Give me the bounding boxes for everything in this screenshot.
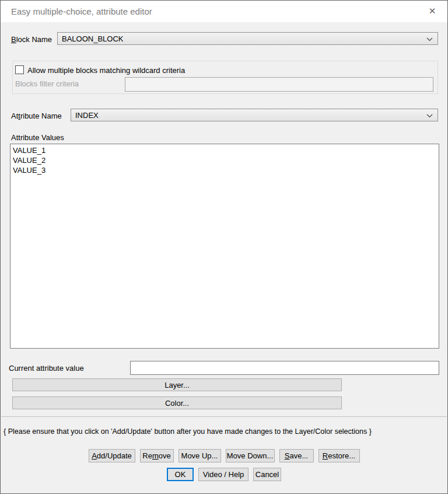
list-item[interactable]: VALUE_2 [10, 155, 439, 165]
window-title: Easy multiple-choice, attribute editor [11, 6, 152, 16]
block-name-dropdown[interactable]: BALOON_BLOCK [57, 32, 438, 45]
list-item[interactable]: VALUE_3 [10, 165, 439, 175]
blocks-filter-input[interactable] [125, 77, 433, 92]
dialog-button-row: OK Video / Help Cancel [1, 468, 447, 481]
attribute-name-value: INDEX [75, 111, 99, 120]
close-button[interactable]: ✕ [418, 1, 446, 22]
note-text: { Please ensure that you click on 'Add/U… [4, 427, 372, 436]
attribute-editor-dialog: Easy multiple-choice, attribute editor ✕… [0, 0, 448, 494]
attribute-values-listbox[interactable]: VALUE_1 VALUE_2 VALUE_3 [10, 144, 439, 349]
blocks-filter-label: Blocks filter criteria [15, 79, 79, 88]
attribute-name-dropdown[interactable]: INDEX [71, 109, 438, 121]
ok-button[interactable]: OK [167, 468, 194, 481]
allow-multiple-blocks-label: Allow multiple blocks matching wildcard … [27, 66, 185, 75]
chevron-down-icon [426, 114, 433, 118]
remove-button[interactable]: Remove [140, 449, 174, 462]
divider [1, 416, 447, 417]
attribute-name-label: Attribute Name [11, 112, 62, 120]
close-icon: ✕ [429, 6, 436, 16]
block-name-value: BALOON_BLOCK [62, 34, 124, 43]
layer-button[interactable]: Layer... [12, 378, 342, 391]
current-attribute-value-input[interactable] [130, 361, 439, 375]
save-button[interactable]: Save... [279, 449, 314, 462]
titlebar: Easy multiple-choice, attribute editor ✕ [1, 1, 447, 22]
cancel-button[interactable]: Cancel [253, 468, 281, 481]
block-name-label: Block Name [11, 35, 52, 44]
attribute-values-label: Attribute Values [11, 133, 64, 142]
current-attribute-value-label: Current attribute value [9, 364, 84, 373]
color-button[interactable]: Color... [12, 396, 342, 409]
action-button-row: Add/Update Remove Move Up... Move Down..… [1, 449, 447, 462]
move-up-button[interactable]: Move Up... [178, 449, 221, 462]
list-item[interactable]: VALUE_1 [10, 145, 439, 155]
add-update-button[interactable]: Add/Update [89, 449, 135, 462]
restore-button[interactable]: Restore... [318, 449, 360, 462]
chevron-down-icon [426, 37, 433, 41]
move-down-button[interactable]: Move Down... [226, 449, 275, 462]
video-help-button[interactable]: Video / Help [198, 468, 249, 481]
allow-multiple-blocks-checkbox[interactable] [15, 65, 24, 74]
